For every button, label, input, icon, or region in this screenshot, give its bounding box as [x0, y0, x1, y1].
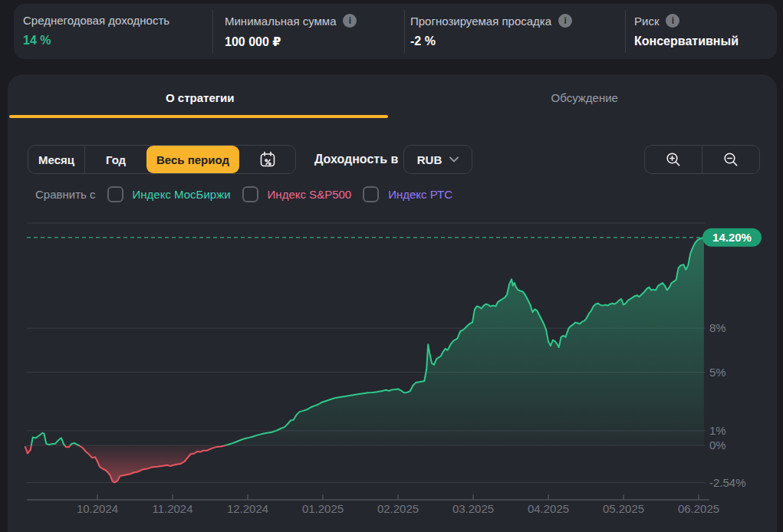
divider — [625, 10, 626, 53]
divider — [212, 10, 213, 53]
magnifier-plus-icon — [665, 151, 682, 168]
chart-area: 10.202411.202412.202401.202502.202503.20… — [8, 212, 777, 532]
compare-option-moex[interactable]: Индекс МосБиржи — [107, 186, 231, 202]
stat-value: 100 000 ₽ — [225, 34, 357, 49]
svg-text:02.2025: 02.2025 — [377, 502, 419, 515]
svg-text:04.2025: 04.2025 — [528, 502, 569, 515]
stat-min-sum: Минимальная сумма i 100 000 ₽ — [225, 14, 357, 49]
zoom-out-button[interactable] — [702, 146, 759, 173]
compare-option-label: Индекс МосБиржи — [133, 188, 231, 201]
info-icon[interactable]: i — [558, 14, 572, 28]
svg-text:10.2024: 10.2024 — [77, 502, 118, 515]
svg-text:06.2025: 06.2025 — [678, 502, 719, 515]
active-tab-underline — [9, 115, 388, 118]
stat-label: Среднегодовая доходность — [23, 14, 169, 27]
tab-discussion[interactable]: Обсуждение — [393, 91, 778, 104]
checkbox-rts[interactable] — [363, 186, 379, 202]
compare-row: Сравнить с Индекс МосБиржи Индекс S&P500… — [35, 186, 464, 202]
stats-panel: Среднегодовая доходность 14 % Минимальна… — [14, 4, 777, 59]
info-icon[interactable]: i — [666, 14, 679, 28]
stat-label: Прогнозируемая просадка — [410, 15, 551, 28]
period-selector: Месяц Год Весь период — [28, 145, 296, 174]
stat-value: Консервативный — [634, 34, 739, 48]
stat-drawdown: Прогнозируемая просадка i -2 % — [410, 14, 572, 48]
currency-dropdown[interactable]: RUB — [403, 145, 472, 174]
zoom-in-button[interactable] — [645, 146, 702, 173]
svg-text:8%: 8% — [709, 321, 726, 334]
stat-value: 14 % — [23, 34, 169, 48]
current-value-badge: 14.20% — [702, 228, 762, 247]
divider — [404, 10, 405, 53]
magnifier-minus-icon — [722, 151, 739, 168]
period-month-button[interactable]: Месяц — [28, 146, 84, 173]
compare-option-label: Индекс РТС — [388, 188, 452, 201]
performance-chart[interactable]: 10.202411.202412.202401.202502.202503.20… — [8, 212, 777, 532]
period-year-button[interactable]: Год — [84, 146, 146, 173]
calendar-percent-icon — [258, 150, 277, 169]
svg-text:5%: 5% — [709, 366, 726, 379]
svg-text:0%: 0% — [709, 438, 726, 452]
stat-annual-return: Среднегодовая доходность 14 % — [23, 14, 169, 48]
svg-text:14.20%: 14.20% — [712, 231, 752, 244]
compare-option-rts[interactable]: Индекс РТС — [363, 186, 452, 202]
period-custom-date-button[interactable] — [239, 146, 295, 173]
compare-option-label: Индекс S&P500 — [268, 188, 352, 201]
svg-text:05.2025: 05.2025 — [603, 502, 644, 515]
svg-text:03.2025: 03.2025 — [452, 502, 494, 515]
period-all-button[interactable]: Весь период — [146, 146, 239, 173]
svg-text:1%: 1% — [709, 424, 726, 437]
stat-value: -2 % — [410, 34, 572, 48]
strategy-page: { "stats": { "items": [ {"label": "Средн… — [0, 0, 783, 532]
svg-text:12.2024: 12.2024 — [227, 502, 268, 515]
currency-value: RUB — [417, 153, 442, 166]
checkbox-sp500[interactable] — [242, 186, 258, 202]
compare-with-label: Сравнить с — [35, 188, 96, 201]
svg-text:-2.54%: -2.54% — [709, 476, 746, 489]
info-icon[interactable]: i — [343, 14, 357, 28]
chevron-down-icon — [449, 156, 459, 163]
svg-text:11.2024: 11.2024 — [152, 502, 192, 515]
strategy-panel: О стратегии Обсуждение Месяц Год Весь пе… — [8, 74, 777, 532]
checkbox-moex[interactable] — [107, 186, 123, 202]
returns-in-label: Доходность в — [314, 145, 398, 174]
stat-label: Риск — [634, 15, 659, 28]
compare-option-sp500[interactable]: Индекс S&P500 — [242, 186, 352, 202]
tab-about-strategy[interactable]: О стратегии — [8, 91, 393, 104]
svg-text:01.2025: 01.2025 — [302, 502, 344, 515]
chart-zoom-controls — [644, 145, 760, 174]
stat-label: Минимальная сумма — [225, 15, 336, 28]
stat-risk: Риск i Консервативный — [634, 14, 739, 48]
